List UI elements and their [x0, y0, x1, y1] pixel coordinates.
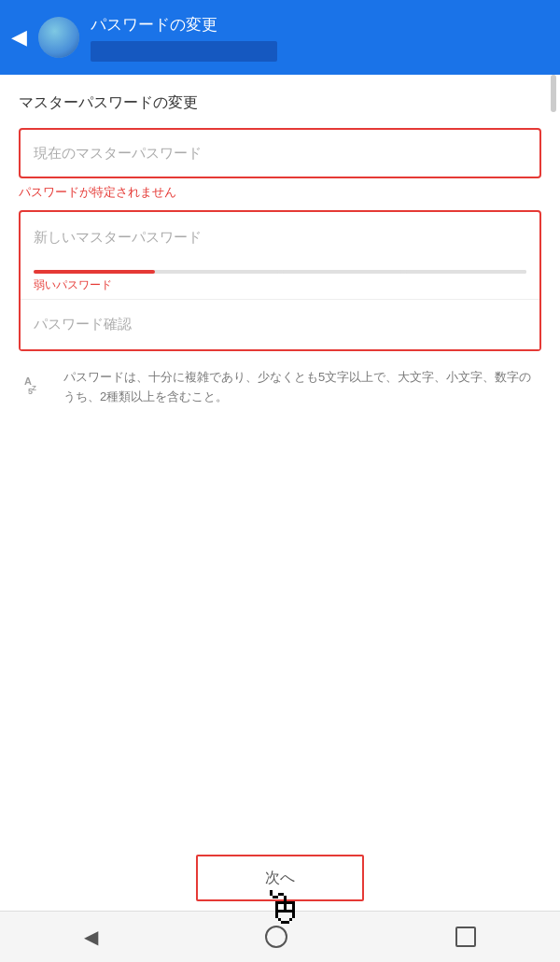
header-title: パスワードの変更	[91, 14, 277, 35]
nav-recents-button[interactable]	[455, 927, 476, 947]
hint-text: パスワードは、十分に複雑であり、少なくとも5文字以上で、大文字、小文字、数字のう…	[63, 368, 538, 407]
strength-seg-3	[282, 270, 403, 274]
strength-label: 弱いパスワード	[34, 277, 526, 293]
svg-text:A: A	[24, 375, 32, 387]
password-hint-icon: A Z 5	[22, 370, 52, 403]
bottom-area: 次へ	[0, 845, 560, 911]
current-password-field[interactable]: 現在のマスターパスワード	[19, 128, 541, 178]
scroll-indicator	[551, 75, 556, 112]
new-password-box: 新しいマスターパスワード 弱いパスワード パスワード確認	[19, 210, 541, 351]
header-subtitle-bar	[91, 41, 277, 62]
section-title: マスターパスワードの変更	[19, 93, 541, 113]
password-error-text: パスワードが特定されません	[19, 184, 541, 201]
strength-seg-2	[158, 270, 279, 274]
app-header: ◀ パスワードの変更	[0, 0, 560, 75]
new-password-placeholder: 新しいマスターパスワード	[34, 229, 202, 247]
nav-back-button[interactable]: ◀	[84, 926, 98, 948]
back-button[interactable]: ◀	[11, 25, 27, 50]
strength-bar-container: 弱いパスワード	[21, 262, 539, 299]
svg-text:5: 5	[28, 387, 33, 396]
header-text: パスワードの変更	[91, 14, 277, 62]
main-content: マスターパスワードの変更 現在のマスターパスワード パスワードが特定されません …	[0, 75, 560, 407]
strength-seg-1	[34, 270, 155, 274]
next-button[interactable]: 次へ	[196, 855, 364, 901]
hint-row: A Z 5 パスワードは、十分に複雑であり、少なくとも5文字以上で、大文字、小文…	[19, 368, 541, 407]
current-password-placeholder: 現在のマスターパスワード	[34, 145, 202, 163]
new-password-field[interactable]: 新しいマスターパスワード	[21, 212, 539, 262]
nav-bar: ◀	[0, 911, 560, 962]
nav-home-button[interactable]	[265, 926, 287, 948]
strength-bar-track	[34, 270, 526, 274]
avatar	[38, 17, 79, 58]
confirm-password-field[interactable]: パスワード確認	[21, 299, 539, 349]
strength-seg-4	[405, 270, 526, 274]
confirm-password-placeholder: パスワード確認	[34, 316, 132, 333]
